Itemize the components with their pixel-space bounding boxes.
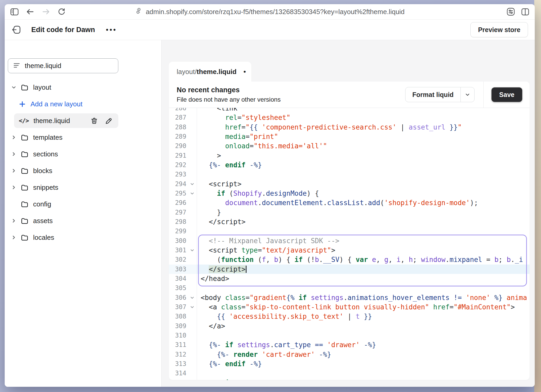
sidebar-item-layout[interactable]: layout [8,80,118,95]
rename-file-icon[interactable] [105,117,112,124]
code-line-298[interactable]: 298 </script> [169,217,530,226]
fold-toggle-icon[interactable] [190,305,195,310]
code-line-296[interactable]: 296 document.documentElement.classList.a… [169,198,530,207]
code-line-299[interactable]: 299 [169,226,530,236]
code-line-text[interactable]: > [197,151,530,160]
code-line-text[interactable]: <script type="text/javascript"> [197,246,530,255]
fold-toggle-icon[interactable] [190,191,195,196]
code-line-286[interactable]: 286 <link [169,108,530,113]
chevron-right-icon[interactable] [10,185,18,190]
code-line-text[interactable]: {{ 'accessibility.skip_to_text' | t }} [197,312,530,321]
chevron-right-icon[interactable] [10,235,18,240]
code-line-text[interactable] [197,170,530,179]
code-line-text[interactable]: <link [197,108,530,113]
code-line-text[interactable]: <a class="skip-to-content-link button vi… [197,302,530,312]
fold-toggle-icon[interactable] [190,181,195,186]
browser-settings-icon[interactable] [507,8,515,16]
exit-code-editor-button[interactable] [11,25,21,35]
chevron-right-icon[interactable] [10,218,18,224]
code-line-text[interactable] [197,226,530,236]
code-line-text[interactable]: <body class="gradient{% if settings.anim… [197,293,530,302]
sidebar-item-locales[interactable]: locales [8,230,118,245]
code-line-text[interactable]: href="{{ 'component-predictive-search.cs… [197,123,530,132]
sidebar-item-snippets[interactable]: snippets [8,180,118,195]
code-line-text[interactable]: {%- endif -%} [197,359,530,369]
code-line-text[interactable]: <!-- Mixpanel Javascript SDK --> [197,236,530,246]
code-line-text[interactable]: </head> [197,274,530,283]
code-line-310[interactable]: 310 [169,331,530,340]
code-line-300[interactable]: 300 <!-- Mixpanel Javascript SDK --> [169,236,530,246]
fold-toggle-icon[interactable] [190,295,195,300]
code-line-text[interactable] [197,283,530,293]
code-line-text[interactable]: if (Shopify.designMode) { [197,189,530,198]
format-liquid-button[interactable]: Format liquid [405,87,460,102]
back-icon[interactable] [26,8,34,15]
code-line-308[interactable]: 308 {{ 'accessibility.skip_to_text' | t … [169,312,530,321]
code-line-303[interactable]: 303 </script> [169,265,530,274]
sidebar-item-add-a-new-layout[interactable]: Add a new layout [14,97,118,111]
chevron-right-icon[interactable] [10,134,18,140]
code-line-304[interactable]: 304</head> [169,274,530,283]
code-line-290[interactable]: 290 onload="this.media='all'" [169,141,530,151]
reload-icon[interactable] [58,8,65,16]
sidebar-item-theme-liquid[interactable]: </>theme.liquid [14,113,118,128]
code-line-291[interactable]: 291 > [169,151,530,160]
sidebar-item-blocks[interactable]: blocks [8,163,118,178]
code-line-305[interactable]: 305 [169,283,530,293]
sidebar-item-sections[interactable]: sections [8,147,118,161]
sidebar-item-assets[interactable]: assets [8,213,118,228]
code-line-302[interactable]: 302 (function (f, b) { if (!b.__SV) { va… [169,255,530,264]
code-editor[interactable]: 286 <link287 rel="stylesheet"288 href="{… [169,108,530,380]
code-line-287[interactable]: 287 rel="stylesheet" [169,113,530,122]
code-line-text[interactable]: <script> [197,179,530,189]
code-line-text[interactable] [197,331,530,340]
chevron-down-icon[interactable] [10,84,18,90]
code-line-297[interactable]: 297 } [169,208,530,217]
delete-file-icon[interactable] [91,117,98,124]
preview-store-button[interactable]: Preview store [470,22,528,37]
code-line-311[interactable]: 311 {%- if settings.cart_type == 'drawer… [169,340,530,350]
address-bar[interactable]: admin.shopify.com/store/rzq1xu-f5/themes… [135,7,404,16]
code-line-294[interactable]: 294 <script> [169,179,530,189]
code-line-text[interactable]: </a> [197,321,530,331]
code-line-301[interactable]: 301 <script type="text/javascript"> [169,246,530,255]
code-line-text[interactable]: media="print" [197,132,530,141]
code-line-text[interactable]: {%- endif -%} [197,160,530,170]
sidebar-item-templates[interactable]: templates [8,130,118,145]
code-line-293[interactable]: 293 [169,170,530,179]
code-line-314[interactable]: 314 [169,369,530,378]
code-line-292[interactable]: 292 {%- endif -%} [169,160,530,170]
chevron-right-icon[interactable] [10,168,18,174]
code-line-306[interactable]: 306<body class="gradient{% if settings.a… [169,293,530,302]
split-view-icon[interactable] [521,8,529,15]
code-line-312[interactable]: 312 {%- render 'cart-drawer' -%} [169,350,530,359]
code-line-text[interactable]: (function (f, b) { if (!b.__SV) { var e,… [197,255,530,264]
code-line-text[interactable]: {%- render 'cart-drawer' -%} [197,350,530,359]
code-line-text[interactable] [197,369,530,378]
fold-toggle-icon[interactable] [190,248,195,253]
chevron-right-icon[interactable] [10,151,18,157]
file-search-box[interactable] [8,58,118,73]
format-options-dropdown[interactable] [460,87,474,102]
save-button[interactable]: Save [491,87,522,102]
code-line-289[interactable]: 289 media="print" [169,132,530,141]
code-line-text[interactable]: </script> [197,265,530,274]
more-actions-button[interactable]: ••• [106,26,117,34]
code-line-text[interactable]: onload="this.media='all'" [197,141,530,151]
tab-layout-theme-liquid[interactable]: layout/theme.liquid ● [169,62,251,82]
code-line-text[interactable]: rel="stylesheet" [197,113,530,122]
code-line-309[interactable]: 309 </a> [169,321,530,331]
search-input[interactable] [24,62,113,70]
sidebar-toggle-icon[interactable] [10,8,19,15]
code-line-307[interactable]: 307 <a class="skip-to-content-link butto… [169,302,530,312]
code-line-text[interactable]: </script> [197,217,530,226]
code-line-text[interactable]: document.documentElement.classList.add('… [197,198,530,207]
code-line-295[interactable]: 295 if (Shopify.designMode) { [169,189,530,198]
sidebar-item-config[interactable]: config [8,197,118,211]
code-line-text[interactable]: {%- if settings.cart_type [197,378,530,380]
code-line-text[interactable]: {%- if settings.cart_type == 'drawer' -%… [197,340,530,350]
code-line-313[interactable]: 313 {%- endif -%} [169,359,530,369]
code-line-partial[interactable]: {%- if settings.cart_type [169,378,530,380]
code-line-text[interactable]: } [197,208,530,217]
code-line-288[interactable]: 288 href="{{ 'component-predictive-searc… [169,123,530,132]
